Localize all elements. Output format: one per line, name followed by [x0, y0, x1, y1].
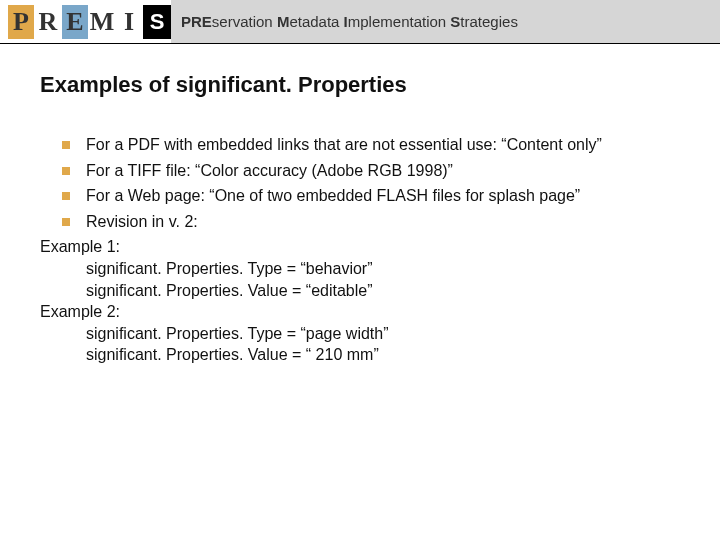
- bullet-marker-icon: [62, 141, 70, 149]
- logo-letter-i: I: [116, 5, 142, 39]
- bullet-text: Revision in v. 2:: [86, 211, 680, 233]
- bullet-item: Revision in v. 2:: [40, 211, 680, 233]
- logo-letter-e: E: [62, 5, 88, 39]
- tagline-bold-pre: PRE: [181, 13, 212, 30]
- tagline: PREservation Metadata Implementation Str…: [181, 13, 518, 30]
- bullet-marker-icon: [62, 218, 70, 226]
- tagline-bold-m: M: [277, 13, 290, 30]
- bullet-text: For a PDF with embedded links that are n…: [86, 134, 680, 156]
- tagline-text-4: trategies: [460, 13, 518, 30]
- example-2-label: Example 2:: [40, 301, 680, 323]
- tagline-text-2: etadata: [289, 13, 343, 30]
- example-1-line-1: significant. Properties. Type = “behavio…: [86, 258, 680, 280]
- logo-letter-m: M: [89, 5, 115, 39]
- slide-title: Examples of significant. Properties: [40, 72, 720, 98]
- tagline-text-1: servation: [212, 13, 277, 30]
- bullet-item: For a PDF with embedded links that are n…: [40, 134, 680, 156]
- example-1-line-2: significant. Properties. Value = “editab…: [86, 280, 680, 302]
- logo-letter-s: S: [143, 5, 171, 39]
- example-2-line-2: significant. Properties. Value = “ 210 m…: [86, 344, 680, 366]
- example-2-line-1: significant. Properties. Type = “page wi…: [86, 323, 680, 345]
- tagline-text-3: mplementation: [348, 13, 451, 30]
- premis-logo: P R E M I S: [0, 0, 171, 43]
- bullet-item: For a TIFF file: “Color accuracy (Adobe …: [40, 160, 680, 182]
- logo-letter-r: R: [35, 5, 61, 39]
- slide-content: For a PDF with embedded links that are n…: [40, 134, 680, 366]
- bullet-marker-icon: [62, 192, 70, 200]
- bullet-text: For a TIFF file: “Color accuracy (Adobe …: [86, 160, 680, 182]
- tagline-area: PREservation Metadata Implementation Str…: [171, 0, 720, 43]
- bullet-item: For a Web page: “One of two embedded FLA…: [40, 185, 680, 207]
- tagline-bold-s: S: [450, 13, 460, 30]
- header-bar: P R E M I S PREservation Metadata Implem…: [0, 0, 720, 44]
- bullet-text: For a Web page: “One of two embedded FLA…: [86, 185, 680, 207]
- logo-letters: P R E M I S: [8, 5, 171, 39]
- example-1-label: Example 1:: [40, 236, 680, 258]
- logo-letter-p: P: [8, 5, 34, 39]
- bullet-marker-icon: [62, 167, 70, 175]
